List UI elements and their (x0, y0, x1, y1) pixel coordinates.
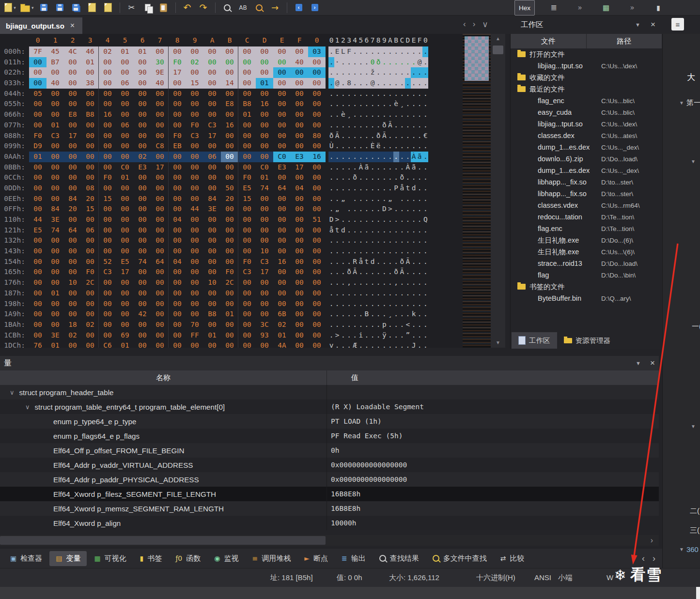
variables-column-value[interactable]: 值 (327, 370, 659, 385)
copy-button[interactable] (140, 1, 155, 14)
explorer-tab[interactable]: 资源管理器 (557, 332, 618, 349)
hex-scrollbar[interactable]: ▲ ▼ (491, 34, 505, 348)
workspace-folder[interactable]: 最近的文件 (511, 83, 662, 95)
pause-button[interactable]: ▮ (651, 1, 666, 14)
hex-row[interactable]: 000h:7F454C4602010100000000000000000003.… (0, 46, 463, 57)
workspace-dropdown-icon[interactable]: ▼ (635, 22, 640, 28)
hex-row[interactable]: 1CBh:003E02000069000000FF01000093010000.… (0, 330, 463, 341)
panel-tab-functions[interactable]: ƒ0函数 (169, 551, 207, 566)
new-file-button[interactable]: ▾ (3, 1, 17, 14)
variable-row[interactable]: Elf64_Xword p_align10000h (0, 516, 659, 530)
hex-editor[interactable]: 0123456789ABCDEF00123456789ABCDEF0 000h:… (0, 34, 463, 348)
variable-row[interactable]: ∨struct program_table_entry64_t program_… (0, 399, 659, 414)
workspace-file[interactable]: redocu...tationD:\Te...tion\ (511, 211, 662, 223)
dropdown-caret-icon[interactable]: ▾ (14, 5, 16, 10)
right-strip-item[interactable]: 二( (690, 507, 700, 516)
panel-tab-watch[interactable]: ◉监视 (208, 551, 245, 566)
hex-row[interactable]: 132h:0000000000000000000000000000000000.… (0, 235, 463, 246)
workspace-file[interactable]: classes.vdexC:\Us...rm64\ (511, 200, 662, 211)
variables-dropdown-icon[interactable]: ▼ (636, 360, 641, 366)
save-as-button[interactable] (53, 1, 67, 14)
workspace-column-file[interactable]: 文件 (511, 34, 587, 48)
right-strip-item[interactable]: 三( (690, 526, 700, 535)
right-strip-item[interactable]: 一( (692, 322, 700, 331)
hex-row[interactable]: 110h:443E000000000000040000000000000051D… (0, 215, 463, 225)
scroll-up-arrow[interactable]: ▲ (491, 34, 505, 44)
right-strip-item[interactable]: ▼ (691, 159, 698, 164)
hex-row[interactable]: 1A9h:00000000000042000000B80100006B0000.… (0, 309, 463, 320)
hex-row[interactable]: 176h:0000102C000000000000102C0000000000.… (0, 277, 463, 288)
panel-tab-visualization[interactable]: ▦可视化 (88, 551, 132, 566)
toolbar-overflow-button-2[interactable]: » (625, 1, 639, 14)
hex-row[interactable]: 154h:0000000052E5746404000000F0C3160000.… (0, 257, 463, 267)
workspace-file[interactable]: flagD:\Do...\bin\ (511, 269, 662, 281)
workspace-file[interactable]: 生日礼物.exeC:\Us...\(6)\ (511, 246, 662, 258)
variable-row[interactable]: Elf64_Addr p_paddr_PHYSICAL_ADDRESS0x000… (0, 472, 659, 487)
right-strip-item[interactable]: ▼第一 (679, 98, 700, 108)
next-file-button[interactable]: › (473, 19, 476, 30)
status-mode[interactable]: W (607, 573, 613, 582)
print-preview-button[interactable] (101, 1, 115, 14)
hex-row[interactable]: 0EEh:0000842015000000000084201500000000.… (0, 194, 463, 204)
workspace-folder[interactable]: 打开的文件 (511, 48, 662, 60)
print-button[interactable] (85, 1, 99, 14)
status-radix[interactable]: 十六进制(H) (476, 573, 515, 583)
hex-row[interactable]: 066h:0000E8B816000000000000000100000000.… (0, 109, 463, 120)
redo-button[interactable]: ↷ (196, 1, 211, 14)
workspace-file[interactable]: classes.dexC:\Us...ates\ (511, 130, 662, 141)
panel-tab-breakpoints[interactable]: ►断点 (298, 551, 334, 566)
tabs-scroll-left-icon[interactable]: ‹ (642, 553, 645, 564)
variables-hscrollbar-thumb[interactable] (0, 536, 326, 545)
workspace-column-path[interactable]: 路径 (587, 34, 663, 48)
hex-row[interactable]: 187h:0001000000000000000000000000000000.… (0, 288, 463, 299)
hex-row[interactable]: 165h:000000F0C3170000000000F0C317000000.… (0, 267, 463, 277)
goto-button[interactable]: → (268, 1, 282, 14)
save-all-button[interactable] (69, 1, 83, 14)
template-list-button[interactable]: ≣ (546, 1, 561, 14)
hex-row[interactable]: 088h:F0C3170000000000F0C317000000000080ð… (0, 131, 463, 141)
undo-button[interactable]: ↶ (180, 1, 195, 14)
variables-column-name[interactable]: 名称 (0, 370, 327, 385)
workspace-file[interactable]: dump_1...es.dexC:\Us..._dex\ (511, 141, 662, 153)
workspace-file[interactable]: libhapp..._fix.soD:\to...ster\ (511, 188, 662, 200)
workspace-file[interactable]: dump_1...es.dexC:\Us..._dex\ (511, 165, 662, 176)
next-bookmark-button[interactable]: › (308, 1, 322, 14)
workspace-file[interactable]: strace...roid13D:\Do...load\ (511, 258, 662, 269)
expand-chevron-icon[interactable]: ∨ (10, 389, 15, 396)
workspace-file[interactable]: flag_encC:\Us...blic\ (511, 95, 662, 107)
open-file-button[interactable]: ▾ (19, 1, 35, 14)
variable-row[interactable]: Elf64_Off p_offset_FROM_FILE_BEGIN0h (0, 443, 659, 458)
hex-row[interactable]: 055h:0000000000000000000000E8B816000000.… (0, 99, 463, 109)
panel-tab-find-in-files[interactable]: 多文件中查找 (426, 551, 493, 566)
right-strip-item[interactable]: ▼ (691, 424, 698, 429)
panel-tab-output[interactable]: ≣输出 (335, 551, 372, 566)
panel-tab-compare[interactable]: ⇄比较 (494, 551, 531, 566)
workspace-folder[interactable]: 收藏的文件 (511, 72, 662, 83)
variable-row[interactable]: Elf64_Xword p_filesz_SEGMENT_FILE_LENGTH… (0, 487, 659, 501)
tab-close-icon[interactable]: × (70, 21, 75, 30)
variable-row[interactable]: enum p_flags64_e p_flagsPF_Read_Exec (5h… (0, 429, 659, 443)
workspace-folder[interactable]: 书签的文件 (511, 281, 662, 292)
tabs-scroll-right-icon[interactable]: › (653, 553, 655, 564)
toolbar-overflow-button[interactable]: » (573, 1, 587, 14)
hex-row[interactable]: 0FFh:008420150000000000443E000000000000.… (0, 204, 463, 215)
workspace-file[interactable]: downlo...6).zipD:\Do...load\ (511, 153, 662, 165)
hex-row[interactable]: 143h:0000000000000000000000000010000000.… (0, 246, 463, 257)
hex-row[interactable]: 077h:000100000006000000F0C3160000000000.… (0, 120, 463, 131)
expand-chevron-icon[interactable]: ∨ (25, 403, 30, 411)
hex-row[interactable]: 033h:0040003800060040001500140001000000.… (0, 78, 463, 89)
variables-close-icon[interactable]: × (650, 358, 655, 368)
panel-tab-callstack[interactable]: ≡调用堆栈 (246, 551, 297, 566)
hex-row[interactable]: 1DCh:76010000C60100000000000000004A0000v… (0, 340, 463, 348)
side-panel-icon[interactable]: ≡ (671, 18, 684, 31)
save-file-button[interactable] (37, 1, 51, 14)
right-strip-item[interactable]: ▼360 (679, 545, 699, 553)
find-button[interactable] (220, 1, 234, 14)
hex-row[interactable]: 0AAh:0100000000000200000006000000C0E316.… (0, 152, 463, 162)
prev-bookmark-button[interactable]: ‹ (292, 1, 306, 14)
status-endian[interactable]: 小端 (558, 573, 573, 583)
hex-row[interactable]: 198h:0000000000000000000000000000000000.… (0, 299, 463, 309)
hex-row[interactable]: 0DDh:000000080000000000000050E574640400.… (0, 183, 463, 194)
prev-file-button[interactable]: ‹ (463, 19, 466, 30)
hex-mode-button[interactable]: Hex (514, 0, 535, 15)
